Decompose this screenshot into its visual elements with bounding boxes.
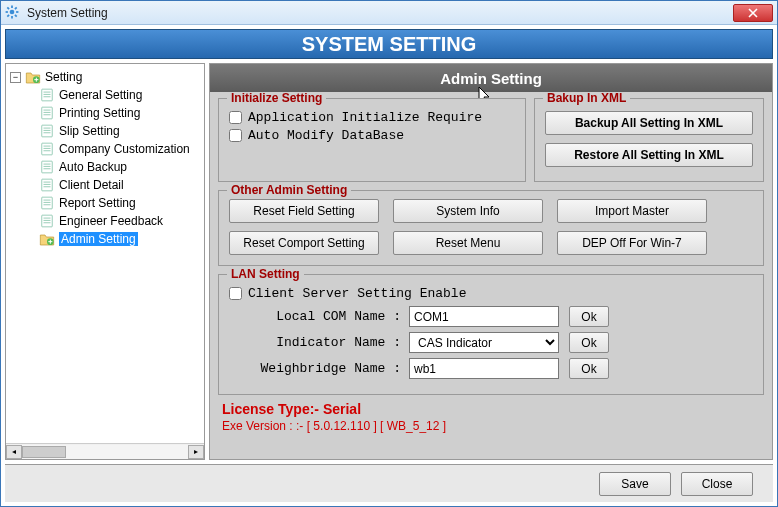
import-master-button[interactable]: Import Master <box>557 199 707 223</box>
auto-modify-db-checkbox-row[interactable]: Auto Modify DataBase <box>229 128 515 143</box>
svg-rect-30 <box>42 179 53 191</box>
window-title: System Setting <box>27 6 733 20</box>
backup-legend: Bakup In XML <box>543 92 630 105</box>
weighbridge-ok-button[interactable]: Ok <box>569 358 609 379</box>
reset-field-button[interactable]: Reset Field Setting <box>229 199 379 223</box>
tree-root-setting[interactable]: −Setting <box>8 68 202 86</box>
tree-root-label: Setting <box>45 70 82 84</box>
weighbridge-label: Weighbridge Name : <box>229 361 409 376</box>
svg-rect-26 <box>42 161 53 173</box>
app-icon <box>5 5 21 21</box>
app-initialize-checkbox-row[interactable]: Application Initialize Require <box>229 110 515 125</box>
system-info-button[interactable]: System Info <box>393 199 543 223</box>
svg-rect-14 <box>42 107 53 119</box>
backup-all-button[interactable]: Backup All Setting In XML <box>545 111 753 135</box>
tree-item-label: Client Detail <box>59 178 124 192</box>
exe-version-text: Exe Version : :- [ 5.0.12.110 ] [ WB_5_1… <box>222 419 760 433</box>
weighbridge-input[interactable] <box>409 358 559 379</box>
app-initialize-label: Application Initialize Require <box>248 110 482 125</box>
reset-menu-button[interactable]: Reset Menu <box>393 231 543 255</box>
tree-item-client-detail[interactable]: Client Detail <box>22 176 202 194</box>
auto-modify-db-checkbox[interactable] <box>229 129 242 142</box>
titlebar: System Setting <box>1 1 777 25</box>
tree-item-icon <box>39 159 55 175</box>
tree-item-company-customization[interactable]: Company Customization <box>22 140 202 158</box>
section-title-text: Admin Setting <box>440 70 542 87</box>
scroll-left-button[interactable]: ◂ <box>6 445 22 459</box>
license-info: License Type:- Serial Exe Version : :- [… <box>218 401 764 433</box>
tree-item-icon <box>39 87 55 103</box>
settings-tree[interactable]: −SettingGeneral SettingPrinting SettingS… <box>6 64 204 443</box>
indicator-name-select[interactable]: CAS Indicator <box>409 332 559 353</box>
app-initialize-checkbox[interactable] <box>229 111 242 124</box>
tree-item-general-setting[interactable]: General Setting <box>22 86 202 104</box>
tree-item-icon <box>39 123 55 139</box>
svg-rect-34 <box>42 197 53 209</box>
tree-panel: −SettingGeneral SettingPrinting SettingS… <box>5 63 205 460</box>
svg-rect-18 <box>42 125 53 137</box>
dep-off-button[interactable]: DEP Off For Win-7 <box>557 231 707 255</box>
tree-item-icon <box>39 195 55 211</box>
tree-item-icon <box>39 141 55 157</box>
initialize-setting-group: Initialize Setting Application Initializ… <box>218 98 526 182</box>
svg-rect-10 <box>42 89 53 101</box>
scroll-thumb[interactable] <box>22 446 66 458</box>
tree-item-label: Auto Backup <box>59 160 127 174</box>
svg-rect-22 <box>42 143 53 155</box>
tree-item-icon <box>39 177 55 193</box>
auto-modify-db-label: Auto Modify DataBase <box>248 128 404 143</box>
folder-icon <box>25 69 41 85</box>
svg-point-0 <box>10 9 15 14</box>
tree-item-icon <box>39 213 55 229</box>
tree-item-label: Company Customization <box>59 142 190 156</box>
local-com-input[interactable] <box>409 306 559 327</box>
svg-line-6 <box>15 14 17 16</box>
local-com-label: Local COM Name : <box>229 309 409 324</box>
tree-item-auto-backup[interactable]: Auto Backup <box>22 158 202 176</box>
save-button[interactable]: Save <box>599 472 671 496</box>
close-button[interactable] <box>733 4 773 22</box>
other-admin-legend: Other Admin Setting <box>227 183 351 197</box>
tree-item-label: Printing Setting <box>59 106 140 120</box>
tree-item-label: Engineer Feedback <box>59 214 163 228</box>
lan-legend: LAN Setting <box>227 267 304 281</box>
expander-icon[interactable]: − <box>10 72 21 83</box>
scroll-right-button[interactable]: ▸ <box>188 445 204 459</box>
close-button-footer[interactable]: Close <box>681 472 753 496</box>
svg-line-5 <box>7 7 9 9</box>
tree-item-slip-setting[interactable]: Slip Setting <box>22 122 202 140</box>
tree-item-label: Slip Setting <box>59 124 120 138</box>
tree-item-engineer-feedback[interactable]: Engineer Feedback <box>22 212 202 230</box>
tree-item-icon <box>39 231 55 247</box>
license-type-text: License Type:- Serial <box>222 401 760 417</box>
tree-item-admin-setting[interactable]: Admin Setting <box>22 230 202 248</box>
indicator-name-label: Indicator Name : <box>229 335 409 350</box>
horizontal-scrollbar[interactable]: ◂ ▸ <box>6 443 204 459</box>
section-title: Admin Setting <box>210 64 772 92</box>
footer: Save Close <box>5 464 773 502</box>
initialize-legend: Initialize Setting <box>227 92 326 105</box>
client-server-label: Client Server Setting Enable <box>248 286 466 301</box>
tree-item-report-setting[interactable]: Report Setting <box>22 194 202 212</box>
svg-line-8 <box>15 7 17 9</box>
restore-all-button[interactable]: Restore All Setting In XML <box>545 143 753 167</box>
backup-xml-group: Bakup In XML Backup All Setting In XML R… <box>534 98 764 182</box>
svg-rect-38 <box>42 215 53 227</box>
other-admin-group: Other Admin Setting Reset Field Setting … <box>218 190 764 266</box>
page-header: SYSTEM SETTING <box>5 29 773 59</box>
svg-line-7 <box>7 14 9 16</box>
content-panel: Admin Setting Initialize Setting Applica… <box>209 63 773 460</box>
local-com-ok-button[interactable]: Ok <box>569 306 609 327</box>
tree-item-icon <box>39 105 55 121</box>
tree-item-label: Admin Setting <box>59 232 138 246</box>
reset-comport-button[interactable]: Reset Comport Setting <box>229 231 379 255</box>
tree-item-label: Report Setting <box>59 196 136 210</box>
client-server-checkbox-row[interactable]: Client Server Setting Enable <box>229 286 753 301</box>
tree-item-label: General Setting <box>59 88 142 102</box>
lan-setting-group: LAN Setting Client Server Setting Enable… <box>218 274 764 395</box>
client-server-checkbox[interactable] <box>229 287 242 300</box>
tree-item-printing-setting[interactable]: Printing Setting <box>22 104 202 122</box>
indicator-ok-button[interactable]: Ok <box>569 332 609 353</box>
